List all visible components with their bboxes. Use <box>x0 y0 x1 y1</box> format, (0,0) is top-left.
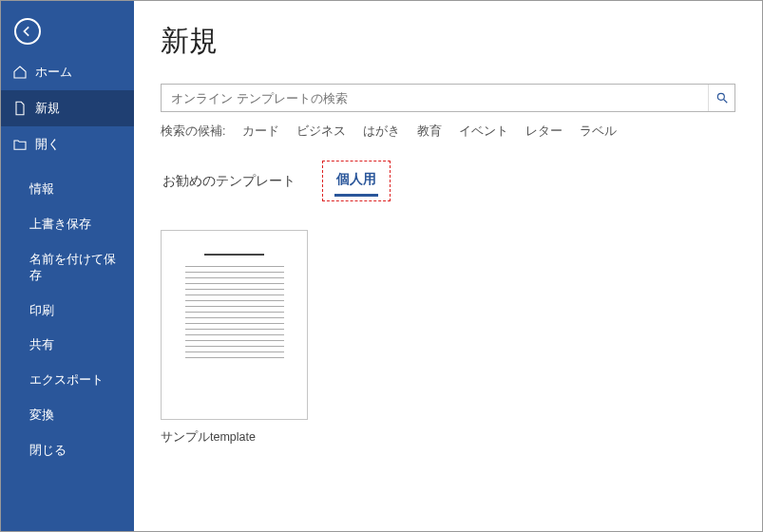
sidebar-item-close[interactable]: 閉じる <box>1 433 134 468</box>
arrow-left-icon <box>21 25 34 38</box>
suggest-item[interactable]: ラベル <box>580 124 617 140</box>
sidebar-sub-nav: 情報 上書き保存 名前を付けて保存 印刷 共有 エクスポート 変換 閉じる <box>1 162 134 468</box>
back-row <box>1 1 134 54</box>
suggest-item[interactable]: はがき <box>363 124 400 140</box>
sidebar-item-save[interactable]: 上書き保存 <box>1 207 134 242</box>
template-tabs: お勧めのテンプレート 個人用 <box>161 161 735 201</box>
sidebar-item-save-as[interactable]: 名前を付けて保存 <box>1 242 134 294</box>
suggest-item[interactable]: カード <box>242 124 279 140</box>
sidebar-item-transform[interactable]: 変換 <box>1 398 134 433</box>
app-window: ホーム 新規 開く 情報 上書き保存 名前を付けて保存 印刷 共有 エクスポート <box>0 0 763 532</box>
sidebar-top-nav: ホーム 新規 開く <box>1 54 134 162</box>
suggest-label: 検索の候補: <box>161 124 225 140</box>
folder-icon <box>12 137 28 152</box>
suggest-item[interactable]: ビジネス <box>296 124 346 140</box>
document-preview-icon <box>178 244 292 406</box>
sidebar-item-label: ホーム <box>35 64 72 81</box>
search-icon <box>715 91 729 104</box>
sidebar-item-label: 新規 <box>35 100 60 117</box>
sidebar-item-info[interactable]: 情報 <box>1 172 134 207</box>
search-suggestions: 検索の候補: カード ビジネス はがき 教育 イベント レター ラベル <box>161 124 735 140</box>
sidebar-item-label: 開く <box>35 136 60 153</box>
template-card[interactable]: サンプルtemplate <box>161 230 308 446</box>
sidebar-item-home[interactable]: ホーム <box>1 54 134 90</box>
search-button[interactable] <box>708 85 734 111</box>
sidebar: ホーム 新規 開く 情報 上書き保存 名前を付けて保存 印刷 共有 エクスポート <box>1 1 134 531</box>
tab-recommended[interactable]: お勧めのテンプレート <box>161 167 297 196</box>
tab-personal[interactable]: 個人用 <box>334 165 378 197</box>
suggest-item[interactable]: 教育 <box>417 124 442 140</box>
suggest-item[interactable]: イベント <box>459 124 508 140</box>
search-input[interactable] <box>162 85 708 111</box>
home-icon <box>12 65 28 80</box>
sidebar-item-new[interactable]: 新規 <box>1 90 134 126</box>
template-preview <box>161 230 308 420</box>
document-icon <box>12 101 28 116</box>
templates-grid: サンプルtemplate <box>161 230 735 446</box>
template-label: サンプルtemplate <box>161 429 308 446</box>
template-search <box>161 84 735 112</box>
sidebar-item-print[interactable]: 印刷 <box>1 294 134 329</box>
svg-point-0 <box>717 93 724 100</box>
suggest-item[interactable]: レター <box>525 124 563 140</box>
sidebar-item-open[interactable]: 開く <box>1 126 134 162</box>
sidebar-item-share[interactable]: 共有 <box>1 328 134 363</box>
sidebar-item-export[interactable]: エクスポート <box>1 363 134 398</box>
back-button[interactable] <box>14 18 41 45</box>
page-title: 新規 <box>161 22 735 61</box>
svg-line-1 <box>723 100 727 104</box>
tab-personal-highlight: 個人用 <box>322 161 391 201</box>
main-panel: 新規 検索の候補: カード ビジネス はがき 教育 イベント レター ラベル お… <box>134 1 762 531</box>
